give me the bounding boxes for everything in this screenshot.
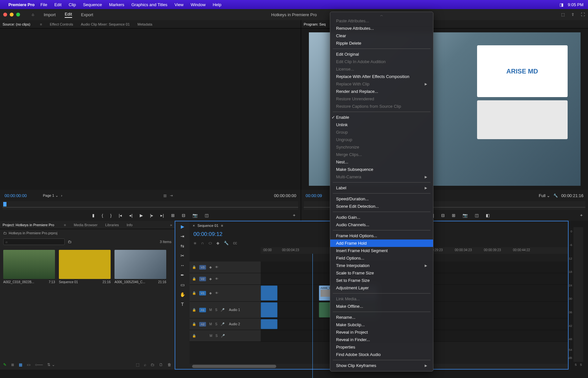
mute-icon[interactable]: M — [209, 322, 212, 326]
insert-icon[interactable]: ⊞ — [171, 213, 175, 218]
wrench-icon[interactable]: 🔧 — [553, 194, 558, 198]
new-item-icon[interactable]: 🗋 — [159, 362, 163, 367]
overwrite-icon[interactable]: ⊟ — [182, 213, 185, 218]
solo-icon[interactable]: S — [215, 322, 217, 326]
ctx-remove-attributes[interactable]: Remove Attributes... — [330, 25, 433, 32]
track-tag[interactable]: V3 — [199, 265, 206, 270]
panel-menu-icon[interactable]: ≡ — [64, 223, 66, 227]
track-select-tool-icon[interactable]: ⇥ — [180, 234, 184, 239]
ctx-field-options[interactable]: Field Options... — [330, 254, 433, 262]
trash-icon[interactable]: 🗑 — [168, 362, 171, 367]
ctx-adjustment-layer[interactable]: Adjustment Layer — [330, 284, 433, 292]
linked-sel-icon[interactable]: ⬭ — [209, 241, 212, 245]
lock-icon[interactable]: 🔒 — [192, 334, 196, 338]
ctx-scale-to-frame-size[interactable]: Scale to Frame Size — [330, 269, 433, 277]
solo-left[interactable]: S — [575, 363, 577, 370]
meter-scale[interactable]: 0 -6 -12 -18 -24 -30 -36 -42 -48 -54 dB — [573, 227, 583, 362]
source-tc-left[interactable]: 00:00:00:00 — [5, 193, 27, 198]
menu-graphics[interactable]: Graphics and Titles — [131, 2, 167, 7]
tab-media-browser[interactable]: Media Browser — [74, 223, 97, 227]
rectangle-tool-icon[interactable]: ▭ — [180, 282, 185, 287]
mode-export[interactable]: Export — [81, 12, 93, 17]
ctx-edit-original[interactable]: Edit Original — [330, 50, 433, 58]
ctx-make-subsequence[interactable]: Make Subsequence — [330, 166, 433, 173]
safe-margins-icon[interactable]: ▥ — [163, 194, 167, 198]
program-tc-left[interactable]: 00:00:09 — [306, 193, 322, 198]
add-marker-icon[interactable]: ▮ — [92, 213, 94, 218]
sync-lock-icon[interactable]: ◆ — [209, 265, 212, 269]
selection-tool-icon[interactable]: ▶ — [181, 224, 184, 229]
clip-thumbnail[interactable] — [114, 250, 166, 279]
track-tag[interactable]: V2 — [199, 277, 206, 281]
freeform-view-icon[interactable]: ▭ — [27, 362, 30, 367]
lock-icon[interactable]: 🔒 — [192, 322, 196, 326]
menu-clip[interactable]: Clip — [69, 2, 76, 7]
proxy-icon[interactable]: ◧ — [486, 213, 490, 218]
nest-icon[interactable]: ⚹ — [193, 241, 197, 245]
ripple-edit-tool-icon[interactable]: ⇆ — [180, 243, 184, 249]
ctx-replace-with-after-effects-composition[interactable]: Replace With After Effects Composition — [330, 73, 433, 80]
ctx-add-frame-hold[interactable]: Add Frame Hold — [330, 239, 433, 247]
close-window-button[interactable] — [3, 13, 7, 17]
ctx-speed-duration[interactable]: Speed/Duration... — [330, 195, 433, 203]
extract-icon[interactable]: ⊞ — [452, 213, 455, 218]
project-search-input[interactable] — [3, 239, 65, 245]
type-tool-icon[interactable]: T — [181, 302, 184, 307]
share-icon[interactable]: ⇪ — [571, 12, 574, 17]
ctx-render-and-replace[interactable]: Render and Replace... — [330, 88, 433, 95]
solo-icon[interactable]: S — [215, 334, 218, 338]
menu-markers[interactable]: Markers — [109, 2, 124, 7]
settings-wrench-icon[interactable]: 🔧 — [224, 241, 229, 245]
menubar-clock[interactable]: 9:05 PM — [568, 2, 583, 7]
app-name[interactable]: Premiere Pro — [8, 2, 35, 7]
ctx-label[interactable]: Label▶ — [330, 184, 433, 192]
slip-tool-icon[interactable]: ↔ — [180, 263, 185, 268]
clip-card[interactable]: A006_1005Z046_C...21:16 — [114, 250, 166, 284]
tab-metadata[interactable]: Metadata — [137, 22, 152, 26]
close-tab-icon[interactable]: × — [193, 224, 195, 228]
ctx-set-to-frame-size[interactable]: Set to Frame Size — [330, 277, 433, 284]
ctx-time-interpolation[interactable]: Time Interpolation▶ — [330, 262, 433, 269]
overflow-icon[interactable]: » — [170, 223, 172, 227]
lock-icon[interactable]: 🔒 — [192, 291, 196, 295]
clip-thumbnail[interactable] — [59, 250, 111, 279]
button-editor-icon[interactable]: ＋ — [292, 212, 296, 218]
lock-icon[interactable]: 🔒 — [192, 308, 196, 312]
go-out-icon[interactable]: ▸| — [160, 213, 164, 218]
timeline-playhead[interactable] — [312, 254, 313, 378]
minimize-window-button[interactable] — [10, 13, 14, 17]
track-tag[interactable]: A1 — [199, 308, 206, 312]
sync-lock-icon[interactable]: ◆ — [209, 277, 212, 281]
solo-right[interactable]: S — [580, 363, 582, 370]
zoom-window-button[interactable] — [16, 13, 20, 17]
ctx-scene-edit-detection[interactable]: Scene Edit Detection... — [330, 203, 433, 210]
menu-view[interactable]: View — [175, 2, 184, 7]
ctx-insert-frame-hold-segment[interactable]: Insert Frame Hold Segment — [330, 247, 433, 254]
tab-source[interactable]: Source: (no clips) — [3, 22, 30, 26]
lift-icon[interactable]: ⊟ — [441, 213, 445, 218]
menu-file[interactable]: File — [40, 2, 47, 7]
mode-import[interactable]: Import — [44, 12, 56, 17]
tab-program[interactable]: Program: Seq — [304, 22, 326, 26]
source-page-select[interactable]: Page 1 ⌄ › — [43, 194, 62, 198]
find-icon[interactable]: ⌕ — [144, 362, 146, 367]
ctx-nest[interactable]: Nest... — [330, 158, 433, 166]
track-tag[interactable]: V1 — [199, 291, 206, 295]
write-enable-icon[interactable]: ✎ — [3, 362, 6, 367]
marker-icon[interactable]: ◆ — [216, 241, 219, 245]
new-bin-icon[interactable]: 🗀 — [68, 239, 72, 244]
ctx-enable[interactable]: ✓Enable — [330, 114, 433, 121]
go-in-icon[interactable]: |◂ — [119, 213, 122, 218]
ctx-audio-gain[interactable]: Audio Gain... — [330, 214, 433, 221]
mark-in-icon[interactable]: { — [102, 213, 103, 218]
panel-menu-icon[interactable]: ≡ — [221, 224, 223, 228]
hand-tool-icon[interactable]: ✋ — [180, 292, 185, 297]
step-fwd-icon[interactable]: |▸ — [150, 213, 153, 218]
clip-card[interactable]: A002_C018_0922B...7:13 — [3, 250, 55, 284]
clip-thumbnail[interactable] — [3, 250, 55, 279]
settings-icon[interactable]: ⇥ — [170, 194, 173, 198]
voice-over-icon[interactable]: 🎤 — [221, 334, 225, 338]
ctx-properties[interactable]: Properties — [330, 343, 433, 351]
source-scrubber[interactable] — [3, 201, 298, 210]
caption-icon[interactable]: cc — [233, 241, 237, 245]
